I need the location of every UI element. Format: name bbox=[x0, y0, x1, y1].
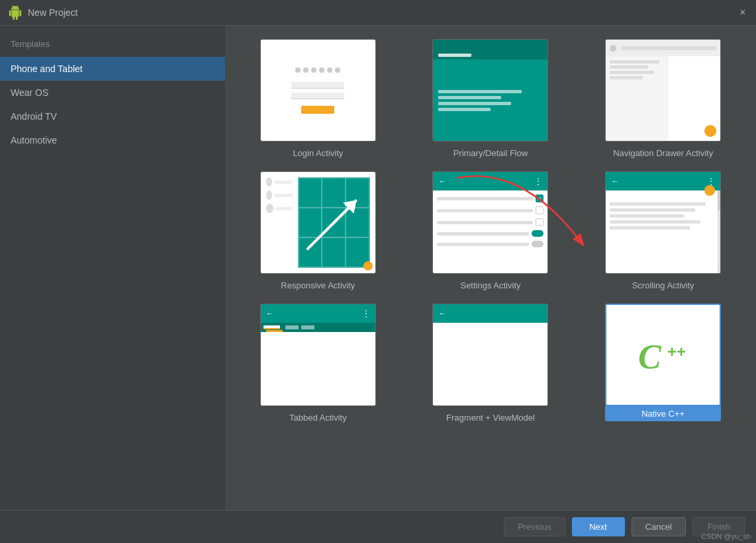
cpp-logo-svg: C ++ bbox=[637, 332, 690, 378]
card-label-login-activity: Login Activity bbox=[293, 148, 343, 158]
template-card-tabbed-activity[interactable]: ← ⋮ Tabbed Activity bbox=[238, 304, 398, 423]
card-preview-native-cpp: C ++ bbox=[605, 304, 721, 406]
card-preview-scrolling-activity: ← ⋮ bbox=[605, 171, 721, 274]
card-label-primary-detail-flow: Primary/Detail Flow bbox=[453, 148, 528, 158]
card-preview-fragment-viewmodel: ← bbox=[432, 304, 548, 406]
content-area: Login Activity bbox=[225, 26, 756, 510]
card-label-fragment-viewmodel: Fragment + ViewModel bbox=[446, 413, 535, 423]
template-card-fragment-viewmodel[interactable]: ← Fragment + ViewModel bbox=[411, 304, 571, 423]
template-card-primary-detail-flow[interactable]: Primary/Detail Flow bbox=[411, 39, 571, 158]
template-card-login-activity[interactable]: Login Activity bbox=[238, 39, 398, 158]
card-label-navigation-drawer-activity: Navigation Drawer Activity bbox=[613, 148, 713, 158]
sidebar-item-wear-os[interactable]: Wear OS bbox=[0, 81, 225, 104]
bottom-bar: Previous Next Cancel Finish bbox=[0, 510, 756, 543]
template-grid: Login Activity bbox=[238, 39, 743, 436]
title-bar: New Project × bbox=[0, 0, 756, 26]
svg-text:++: ++ bbox=[667, 343, 686, 360]
previous-button[interactable]: Previous bbox=[504, 517, 565, 536]
main-content: Templates Phone and Tablet Wear OS Andro… bbox=[0, 26, 756, 510]
card-label-tabbed-activity: Tabbed Activity bbox=[289, 413, 347, 423]
card-preview-login-activity bbox=[260, 39, 376, 142]
card-preview-responsive-activity bbox=[260, 171, 376, 274]
sidebar-section-label: Templates bbox=[0, 36, 225, 57]
card-label-scrolling-activity: Scrolling Activity bbox=[632, 280, 694, 290]
template-card-navigation-drawer-activity[interactable]: Navigation Drawer Activity bbox=[583, 39, 743, 158]
template-card-responsive-activity[interactable]: Responsive Activity bbox=[238, 171, 398, 290]
card-label-native-cpp: Native C++ bbox=[605, 406, 721, 421]
sidebar: Templates Phone and Tablet Wear OS Andro… bbox=[0, 26, 225, 510]
template-card-settings-activity[interactable]: ← ⋮ ✓ bbox=[411, 171, 571, 290]
cancel-button[interactable]: Cancel bbox=[632, 517, 686, 536]
card-preview-primary-detail-flow bbox=[432, 39, 548, 142]
template-card-native-cpp[interactable]: C ++ Native C++ bbox=[583, 304, 743, 423]
template-card-scrolling-activity[interactable]: ← ⋮ bbox=[583, 171, 743, 290]
card-preview-settings-activity: ← ⋮ ✓ bbox=[432, 171, 548, 274]
close-button[interactable]: × bbox=[737, 7, 748, 18]
card-label-settings-activity: Settings Activity bbox=[460, 280, 520, 290]
watermark: CSDN @yu_sh bbox=[701, 532, 751, 540]
next-button[interactable]: Next bbox=[572, 517, 625, 536]
android-icon bbox=[8, 5, 23, 20]
sidebar-item-android-tv[interactable]: Android TV bbox=[0, 104, 225, 128]
svg-text:C: C bbox=[638, 338, 662, 376]
sidebar-item-phone-tablet[interactable]: Phone and Tablet bbox=[0, 57, 225, 81]
dialog-title: New Project bbox=[28, 7, 77, 18]
card-label-responsive-activity: Responsive Activity bbox=[281, 280, 355, 290]
card-preview-tabbed-activity: ← ⋮ bbox=[260, 304, 376, 406]
sidebar-item-automotive[interactable]: Automotive bbox=[0, 128, 225, 152]
card-preview-navigation-drawer-activity bbox=[605, 39, 721, 142]
new-project-dialog: New Project × Templates Phone and Tablet… bbox=[0, 0, 756, 543]
title-bar-left: New Project bbox=[8, 5, 77, 20]
